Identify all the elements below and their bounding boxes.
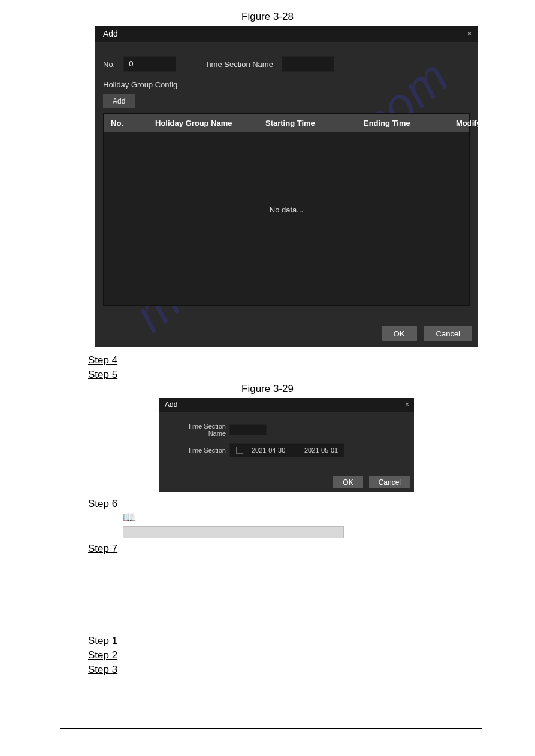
dialog2-tsn-input[interactable] xyxy=(229,424,267,435)
figure-caption-328: Figure 3-28 xyxy=(76,0,460,26)
dialog-titlebar: Add × xyxy=(95,26,478,42)
close-icon[interactable]: × xyxy=(467,29,472,38)
time-section-name-input[interactable] xyxy=(282,56,334,72)
date-dash: - xyxy=(294,447,296,454)
figure-caption-329: Figure 3-29 xyxy=(76,382,460,398)
holiday-group-table: No. Holiday Group Name Starting Time End… xyxy=(103,113,470,306)
dialog-body: No. 0 Time Section Name Holiday Group Co… xyxy=(95,42,478,314)
dialog2-ts-row: Time Section 2021-04-30 - 2021-05-01 xyxy=(170,443,406,457)
note-icon: 📖 xyxy=(123,511,535,524)
col-no: No. xyxy=(104,119,148,127)
dialog-footer: OK Cancel xyxy=(95,314,478,347)
calendar-icon xyxy=(236,447,243,454)
no-data-text: No data... xyxy=(270,205,303,214)
date-to: 2021-05-01 xyxy=(304,447,338,454)
cancel-button[interactable]: Cancel xyxy=(424,326,472,341)
step-5-link[interactable]: Step 5 xyxy=(88,368,535,382)
col-modify: Modify xyxy=(449,119,505,127)
step-7-link[interactable]: Step 7 xyxy=(88,542,535,556)
add-holiday-group-button[interactable]: Add xyxy=(103,94,135,108)
close-icon[interactable]: × xyxy=(405,400,409,409)
step-3-link[interactable]: Step 3 xyxy=(88,663,535,677)
dialog2-body: Time Section Name Time Section 2021-04-3… xyxy=(159,412,414,476)
time-section-name-label: Time Section Name xyxy=(205,60,273,69)
date-from: 2021-04-30 xyxy=(252,447,285,454)
footer-separator xyxy=(60,728,482,729)
ok-button[interactable]: OK xyxy=(382,326,417,341)
dialog2-tsn-row: Time Section Name xyxy=(170,423,406,437)
dialog2-ts-label: Time Section xyxy=(170,447,229,454)
table-header: No. Holiday Group Name Starting Time End… xyxy=(104,114,469,132)
holiday-group-config-label: Holiday Group Config xyxy=(103,80,470,89)
no-row: No. 0 Time Section Name xyxy=(103,56,470,72)
col-name: Holiday Group Name xyxy=(148,119,258,127)
step-1-link[interactable]: Step 1 xyxy=(88,634,535,648)
dialog2-tsn-label: Time Section Name xyxy=(170,423,229,437)
dialog2-titlebar: Add × xyxy=(159,398,414,412)
ok-button[interactable]: OK xyxy=(333,476,362,488)
add-dialog-329: Add × Time Section Name Time Section 202… xyxy=(159,398,414,492)
dialog2-title: Add xyxy=(165,400,177,409)
add-dialog-328: Add × No. 0 Time Section Name Holiday Gr… xyxy=(95,26,478,347)
no-label: No. xyxy=(103,60,115,69)
col-end: Ending Time xyxy=(356,119,449,127)
note-bar xyxy=(123,526,344,538)
date-range-input[interactable]: 2021-04-30 - 2021-05-01 xyxy=(229,443,344,457)
dialog-title: Add xyxy=(103,29,118,38)
col-start: Starting Time xyxy=(258,119,356,127)
dialog2-footer: OK Cancel xyxy=(159,476,414,492)
step-2-link[interactable]: Step 2 xyxy=(88,648,535,663)
cancel-button[interactable]: Cancel xyxy=(369,476,410,488)
step-4-link[interactable]: Step 4 xyxy=(88,353,535,368)
no-input[interactable]: 0 xyxy=(123,56,176,72)
step-6-link[interactable]: Step 6 xyxy=(88,497,535,511)
col-delete: Delete xyxy=(505,119,535,127)
